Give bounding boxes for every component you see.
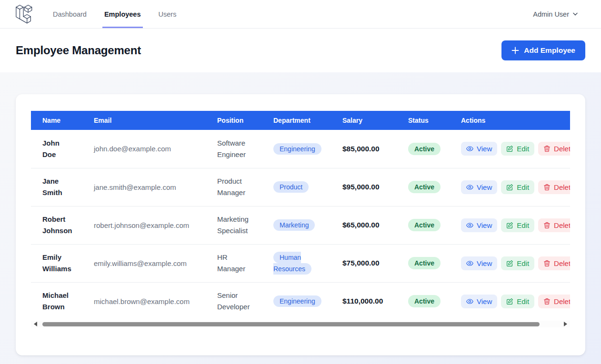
main-content: Name Email Position Department Salary St… — [0, 72, 601, 364]
nav-item-dashboard[interactable]: Dashboard — [53, 0, 87, 28]
page-header: Employee Management Add Employee — [0, 29, 601, 72]
edit-icon — [506, 145, 513, 152]
employee-salary: $85,000.00 — [342, 145, 397, 153]
employee-position: HR Manager — [217, 252, 245, 275]
trash-icon — [543, 222, 551, 229]
nav-item-users[interactable]: Users — [159, 0, 177, 28]
department-badge: Engineering — [273, 143, 321, 155]
status-badge: Active — [408, 219, 441, 231]
eye-icon — [466, 145, 473, 152]
row-actions: View Edit Delete — [461, 142, 570, 156]
trash-icon — [543, 184, 551, 191]
table-row: Robert Johnson robert.johnson@example.co… — [31, 206, 570, 244]
column-header-salary: Salary — [331, 111, 397, 130]
view-button[interactable]: View — [461, 256, 497, 270]
status-badge: Active — [408, 181, 441, 193]
column-header-status: Status — [397, 111, 450, 130]
edit-icon — [506, 298, 513, 305]
edit-icon — [506, 260, 513, 267]
employee-position: Senior Developer — [217, 290, 250, 313]
employee-table: Name Email Position Department Salary St… — [31, 111, 570, 320]
delete-button[interactable]: Delete — [538, 142, 570, 156]
department-badge: Engineering — [273, 295, 321, 307]
user-name: Admin User — [533, 10, 569, 18]
view-button[interactable]: View — [461, 218, 497, 232]
employee-name: John Doe — [42, 138, 60, 160]
table-header-row: Name Email Position Department Salary St… — [31, 111, 570, 130]
delete-button[interactable]: Delete — [538, 295, 570, 308]
trash-icon — [543, 298, 551, 305]
edit-icon — [506, 222, 513, 229]
edit-button[interactable]: Edit — [501, 295, 534, 308]
row-actions: View Edit Delete — [461, 180, 570, 194]
chevron-down-icon — [573, 12, 578, 16]
page-title: Employee Management — [16, 44, 141, 57]
employee-email: john.doe@example.com — [94, 145, 206, 153]
eye-icon — [466, 260, 473, 267]
trash-icon — [543, 145, 551, 152]
employee-email: michael.brown@example.com — [94, 297, 206, 305]
delete-button[interactable]: Delete — [538, 256, 570, 270]
top-nav: Dashboard Employees Users Admin User — [0, 0, 601, 29]
status-badge: Active — [408, 143, 441, 155]
edit-icon — [506, 184, 513, 191]
column-header-department: Department — [262, 111, 331, 130]
table-row: Jane Smith jane.smith@example.com Produc… — [31, 168, 570, 206]
employee-position: Software Engineer — [217, 138, 246, 160]
trash-icon — [543, 260, 551, 267]
column-header-position: Position — [206, 111, 262, 130]
edit-button[interactable]: Edit — [501, 180, 534, 194]
eye-icon — [466, 222, 473, 229]
employee-salary: $65,000.00 — [342, 221, 397, 229]
nav-links: Dashboard Employees Users — [53, 0, 176, 28]
employee-name: Robert Johnson — [42, 214, 72, 236]
table-row: Michael Brown michael.brown@example.com … — [31, 282, 570, 320]
department-badge: Human Resources — [273, 252, 311, 275]
view-button[interactable]: View — [461, 295, 497, 308]
status-badge: Active — [408, 295, 441, 307]
employee-position: Marketing Specialist — [217, 214, 249, 236]
laravel-logo — [16, 0, 33, 28]
eye-icon — [466, 184, 473, 191]
table-scroll-container: Name Email Position Department Salary St… — [31, 111, 570, 320]
employee-name: Jane Smith — [42, 176, 62, 198]
column-header-email: Email — [82, 111, 206, 130]
employee-table-card: Name Email Position Department Salary St… — [16, 94, 585, 355]
scroll-left-arrow[interactable] — [34, 322, 37, 326]
delete-button[interactable]: Delete — [538, 218, 570, 232]
row-actions: View Edit Delete — [461, 256, 570, 270]
column-header-name: Name — [31, 111, 82, 130]
plus-icon — [511, 47, 519, 54]
table-row: Emily Williams emily.williams@example.co… — [31, 244, 570, 282]
eye-icon — [466, 298, 473, 305]
employee-email: emily.williams@example.com — [94, 259, 206, 267]
scrollbar-thumb[interactable] — [42, 322, 540, 326]
row-actions: View Edit Delete — [461, 295, 570, 308]
employee-salary: $95,000.00 — [342, 183, 397, 191]
row-actions: View Edit Delete — [461, 218, 570, 232]
employee-email: robert.johnson@example.com — [94, 221, 206, 229]
nav-item-employees[interactable]: Employees — [104, 0, 141, 28]
add-employee-button[interactable]: Add Employee — [501, 40, 585, 60]
column-header-actions: Actions — [450, 111, 570, 130]
employee-salary: $75,000.00 — [342, 259, 397, 267]
edit-button[interactable]: Edit — [501, 142, 534, 156]
delete-button[interactable]: Delete — [538, 180, 570, 194]
employee-email: jane.smith@example.com — [94, 183, 206, 191]
view-button[interactable]: View — [461, 180, 497, 194]
horizontal-scrollbar — [31, 321, 570, 327]
employee-name: Michael Brown — [42, 290, 69, 313]
edit-button[interactable]: Edit — [501, 218, 534, 232]
employee-name: Emily Williams — [42, 252, 71, 275]
view-button[interactable]: View — [461, 142, 497, 156]
employee-salary: $110,000.00 — [342, 297, 397, 305]
table-row: John Doe john.doe@example.com Software E… — [31, 130, 570, 168]
department-badge: Marketing — [273, 219, 315, 231]
employee-position: Product Manager — [217, 176, 245, 198]
edit-button[interactable]: Edit — [501, 256, 534, 270]
scroll-right-arrow[interactable] — [564, 322, 567, 326]
status-badge: Active — [408, 257, 441, 269]
department-badge: Product — [273, 181, 309, 193]
user-menu[interactable]: Admin User — [533, 0, 578, 28]
